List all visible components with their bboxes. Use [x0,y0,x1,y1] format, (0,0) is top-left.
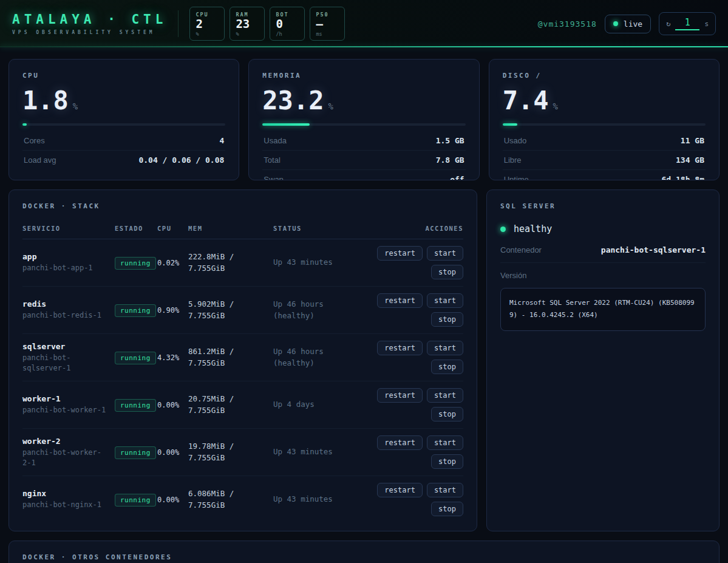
kv-row: Cores 4 [22,131,225,151]
other-containers-card: DOCKER · OTROS CONTENEDORES NOMBRE ESTAD… [9,541,719,563]
big-unit: % [328,101,333,111]
header-stat-bot: BOT 0 /h [270,7,305,41]
stop-button[interactable]: stop [431,360,463,374]
container-id: panchi-bot-redis-1 [22,310,110,321]
status-badge: running [115,446,156,459]
header-stat-cpu: CPU 2 % [189,7,225,41]
start-button[interactable]: start [427,341,463,355]
kv-value: 4 [220,136,225,145]
kv-label: Swap [264,175,284,180]
sql-health-status: healthy [500,223,706,234]
stop-button[interactable]: stop [431,407,463,421]
service-name: nginx [22,489,110,498]
mem-cell: 222.8MiB / 7.755GiB [188,251,273,275]
stop-button[interactable]: stop [431,265,463,279]
status-badge: running [115,257,156,270]
cpu-detail-rows: Cores 4 Load avg 0.04 / 0.06 / 0.08 [22,131,225,169]
disk-big-value: 7.4 % [503,88,706,114]
stop-button[interactable]: stop [431,454,463,469]
refresh-interval-control: ↻ s [659,12,716,35]
live-label: live [624,19,642,29]
memory-big-value: 23.2 % [262,88,465,114]
row-actions: restart start stop [358,341,463,374]
container-id: panchi-bot-app-1 [22,263,110,273]
container-id: panchi-bot-nginx-1 [22,500,110,510]
kv-value: 6d 18h 8m [662,175,704,180]
kv-row: Usado 11 GB [503,131,706,151]
big-number: 7.4 [503,88,549,114]
cpu-cell: 4.32% [157,353,188,362]
big-number: 23.2 [262,88,324,114]
header-stat-ram: RAM 23 % [230,7,265,41]
live-badge[interactable]: live [605,15,651,33]
stop-button[interactable]: stop [431,502,463,516]
version-value-box: Microsoft SQL Server 2022 (RTM-CU24) (KB… [500,288,706,331]
restart-button[interactable]: restart [377,341,423,355]
table-row-sqlserver: sqlserver panchi-bot-sqlserver-1 running… [22,334,463,381]
kv-row: Load avg 0.04 / 0.06 / 0.08 [22,151,225,169]
start-button[interactable]: start [427,293,463,308]
service-name: sqlserver [22,342,110,351]
kv-value: 134 GB [676,155,704,165]
mem-cell: 861.2MiB / 7.755GiB [188,346,273,369]
big-unit: % [553,101,558,111]
mem-cell: 19.78MiB / 7.755GiB [188,441,273,464]
stop-button[interactable]: stop [431,312,463,327]
kv-value: 7.8 GB [436,155,464,165]
kv-row: Swap off [262,170,465,180]
disk-progress-fill [503,123,518,126]
memory-progress-fill [262,123,310,126]
header-divider [178,10,179,37]
big-unit: % [73,101,78,111]
mid-row: DOCKER · STACK SERVICIO ESTADO CPU MEM S… [9,189,719,531]
kv-value: 11 GB [681,136,704,145]
mem-cell: 5.902MiB / 7.755GiB [188,299,273,322]
disk-progress-bar [503,123,706,126]
stat-value: 0 [276,18,299,31]
restart-button[interactable]: restart [377,293,423,308]
big-number: 1.8 [22,88,69,114]
app-subtitle: VPS OBSERVABILITY SYSTEM [12,30,167,35]
service-name: app [22,252,110,261]
container-id: panchi-bot-sqlserver-1 [22,353,110,374]
kv-label: Usada [264,136,287,145]
container-id: panchi-bot-worker-2-1 [22,448,110,468]
cpu-cell: 0.00% [157,448,188,457]
start-button[interactable]: start [427,483,463,497]
mem-cell: 6.086MiB / 7.755GiB [188,488,273,511]
col-header-acciones: ACCIONES [358,225,463,232]
col-header-status: STATUS [273,225,358,232]
start-button[interactable]: start [427,435,463,450]
row-actions: restart start stop [358,246,463,279]
restart-button[interactable]: restart [377,483,423,497]
status-cell: Up 43 minutes [273,446,358,458]
status-cell: Up 43 minutes [273,257,358,268]
row-actions: restart start stop [358,293,463,327]
col-header-servicio: SERVICIO [22,225,115,232]
kv-value: 0.04 / 0.06 / 0.08 [138,155,224,165]
table-row-nginx: nginx panchi-bot-nginx-1 running 0.00% 6… [22,476,463,519]
memory-card: MEMORIA 23.2 % Usada 1.5 GB Total 7.8 GB… [248,59,479,180]
status-cell: Up 46 hours (healthy) [273,346,358,369]
row-actions: restart start stop [358,483,463,516]
disk-card: DISCO / 7.4 % Usado 11 GB Libre 134 GB U… [489,59,719,180]
col-header-cpu: CPU [157,225,188,232]
restart-button[interactable]: restart [377,388,423,403]
kv-label: Load avg [24,155,56,165]
kv-label: Libre [504,155,522,165]
kv-label: Cores [24,136,45,145]
restart-button[interactable]: restart [377,435,423,450]
start-button[interactable]: start [427,388,463,403]
status-badge: running [115,494,156,507]
cpu-cell: 0.02% [157,259,188,267]
stat-value: – [316,18,339,31]
refresh-interval-input[interactable] [675,17,699,30]
header-stat-p50: P50 – ms [310,7,345,41]
cpu-progress-bar [22,123,225,126]
stat-unit: % [196,31,219,37]
status-cell: Up 4 days [273,399,358,411]
status-cell: Up 46 hours (healthy) [273,299,358,322]
start-button[interactable]: start [427,246,463,261]
kv-value: off [450,175,464,180]
restart-button[interactable]: restart [377,246,423,261]
